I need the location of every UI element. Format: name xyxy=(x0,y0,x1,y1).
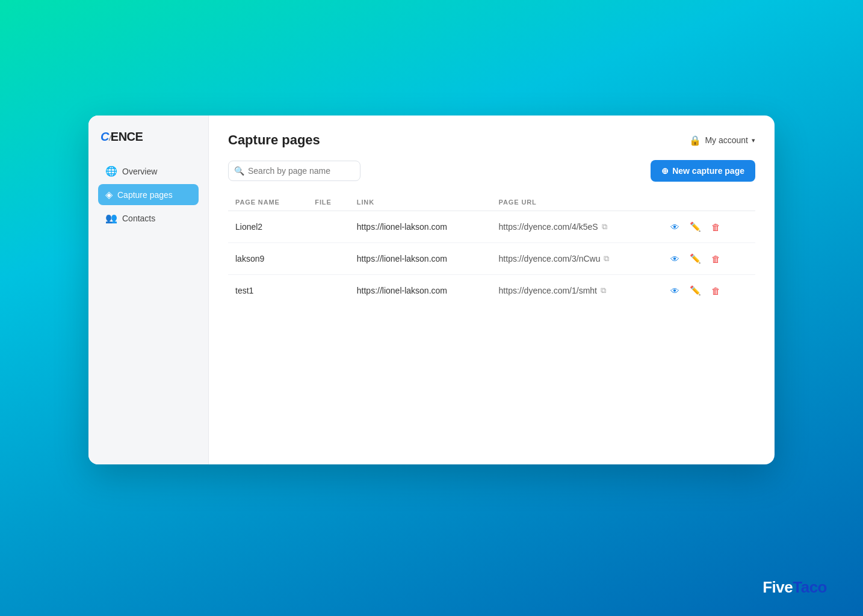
cell-file-0 xyxy=(308,211,350,243)
copy-icon-2[interactable]: ⧉ xyxy=(601,286,606,295)
chevron-down-icon: ▾ xyxy=(752,137,755,144)
url-text-2: https://dyence.com/1/smht xyxy=(499,286,597,295)
page-title: Capture pages xyxy=(228,132,320,148)
view-icon-0[interactable]: 👁 xyxy=(668,220,682,234)
new-capture-label: New capture page xyxy=(672,166,744,176)
url-text-0: https://dyence.com/4/k5eS xyxy=(499,222,598,232)
sidebar-item-capture-pages-label: Capture pages xyxy=(117,190,173,200)
cell-link-2: https://lionel-lakson.com xyxy=(350,275,492,307)
app-logo: C/ENCE xyxy=(101,130,196,144)
search-input-wrap: 🔍 xyxy=(228,161,360,181)
copy-icon-1[interactable]: ⧉ xyxy=(604,254,609,263)
view-icon-1[interactable]: 👁 xyxy=(668,251,682,266)
toolbar: 🔍 ⊕ New capture page xyxy=(228,160,755,182)
contacts-icon: 👥 xyxy=(105,212,117,224)
capture-pages-icon: ◈ xyxy=(105,189,113,200)
main-card: C/ENCE 🌐 Overview ◈ Capture pages 👥 Cont… xyxy=(88,116,775,464)
logo-c-part: C xyxy=(101,130,109,143)
sidebar: C/ENCE 🌐 Overview ◈ Capture pages 👥 Cont… xyxy=(88,116,209,464)
col-page-name: PAGE NAME xyxy=(228,194,308,211)
logo-area: C/ENCE xyxy=(98,130,199,144)
overview-icon: 🌐 xyxy=(105,165,117,177)
account-icon: 🔒 xyxy=(689,135,701,146)
sidebar-item-contacts-label: Contacts xyxy=(122,214,155,223)
col-page-url: PAGE URL xyxy=(492,194,661,211)
cell-file-1 xyxy=(308,243,350,275)
cell-page-name-0: Lionel2 xyxy=(228,211,308,243)
page-header: Capture pages 🔒 My account ▾ xyxy=(228,132,755,148)
account-label: My account xyxy=(705,135,748,145)
edit-icon-2[interactable]: ✏️ xyxy=(688,283,703,298)
col-actions xyxy=(661,194,755,211)
cell-actions-2: 👁 ✏️ 🗑 xyxy=(661,275,755,307)
col-link: LINK xyxy=(350,194,492,211)
edit-icon-0[interactable]: ✏️ xyxy=(688,220,703,234)
search-icon: 🔍 xyxy=(234,166,244,176)
col-file: FILE xyxy=(308,194,350,211)
cell-link-0: https://lionel-lakson.com xyxy=(350,211,492,243)
search-input[interactable] xyxy=(228,161,360,181)
cell-page-url-0: https://dyence.com/4/k5eS ⧉ xyxy=(492,211,661,243)
delete-icon-1[interactable]: 🗑 xyxy=(709,251,723,266)
sidebar-item-capture-pages[interactable]: ◈ Capture pages xyxy=(98,184,199,205)
new-capture-page-button[interactable]: ⊕ New capture page xyxy=(651,160,755,182)
delete-icon-2[interactable]: 🗑 xyxy=(709,283,723,298)
copy-icon-0[interactable]: ⧉ xyxy=(602,222,607,232)
footer-brand-text: FiveTaco xyxy=(762,578,827,597)
my-account-button[interactable]: 🔒 My account ▾ xyxy=(689,135,755,146)
cell-page-name-2: test1 xyxy=(228,275,308,307)
delete-icon-0[interactable]: 🗑 xyxy=(709,220,723,234)
cell-page-url-1: https://dyence.com/3/nCwu ⧉ xyxy=(492,243,661,275)
capture-pages-table: PAGE NAME FILE LINK PAGE URL Lionel2 htt… xyxy=(228,194,755,306)
table-row: lakson9 https://lionel-lakson.com https:… xyxy=(228,243,755,275)
sidebar-item-contacts[interactable]: 👥 Contacts xyxy=(98,208,199,229)
url-text-1: https://dyence.com/3/nCwu xyxy=(499,254,601,263)
sidebar-item-overview[interactable]: 🌐 Overview xyxy=(98,161,199,182)
brand-taco: Taco xyxy=(793,578,827,596)
cell-page-name-1: lakson9 xyxy=(228,243,308,275)
cell-actions-1: 👁 ✏️ 🗑 xyxy=(661,243,755,275)
main-content: Capture pages 🔒 My account ▾ 🔍 ⊕ New cap… xyxy=(209,116,775,464)
logo-ence-part: ENCE xyxy=(111,130,143,143)
view-icon-2[interactable]: 👁 xyxy=(668,283,682,298)
cell-page-url-2: https://dyence.com/1/smht ⧉ xyxy=(492,275,661,307)
edit-icon-1[interactable]: ✏️ xyxy=(688,251,703,266)
cell-actions-0: 👁 ✏️ 🗑 xyxy=(661,211,755,243)
new-capture-plus-icon: ⊕ xyxy=(661,166,669,176)
table-header: PAGE NAME FILE LINK PAGE URL xyxy=(228,194,755,211)
table-body: Lionel2 https://lionel-lakson.com https:… xyxy=(228,211,755,307)
table-row: test1 https://lionel-lakson.com https://… xyxy=(228,275,755,307)
cell-link-1: https://lionel-lakson.com xyxy=(350,243,492,275)
table-row: Lionel2 https://lionel-lakson.com https:… xyxy=(228,211,755,243)
cell-file-2 xyxy=(308,275,350,307)
sidebar-item-overview-label: Overview xyxy=(122,167,157,176)
brand-five: Five xyxy=(762,578,793,596)
footer-brand: FiveTaco xyxy=(762,578,827,597)
